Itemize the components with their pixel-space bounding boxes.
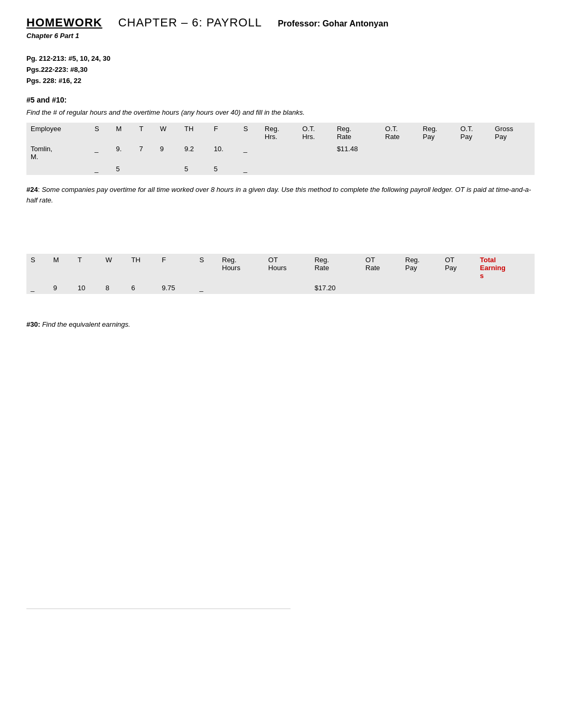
section-5-10-instruction: Find the # of regular hours and the over…: [26, 108, 535, 116]
cell-m-2: 5: [111, 163, 135, 175]
col-ot-rate: O.T.Rate: [381, 123, 418, 143]
col24-ot-pay: OTPay: [441, 254, 475, 282]
cell-m: 9.: [111, 143, 135, 163]
cell-s2-2: _: [239, 163, 260, 175]
col24-w: W: [101, 254, 127, 282]
col24-ot-rate: OTRate: [361, 254, 401, 282]
cell-gross-pay: [491, 143, 535, 163]
table24-row1: _ 9 10 8 6 9.75 _ $17.20: [26, 282, 535, 294]
cell-th-2: 5: [180, 163, 210, 175]
cell-reg-pay: [418, 143, 456, 163]
col-gross-pay: GrossPay: [491, 123, 535, 143]
page-ref-line3: Pgs. 228: #16, 22: [26, 76, 535, 87]
cell24-m: 9: [49, 282, 73, 294]
page-ref-line1: Pg. 212-213: #5, 10, 24, 30: [26, 53, 535, 64]
section-24-header: #24: Some companies pay overtime for all…: [26, 185, 535, 205]
col-ot-pay: O.T.Pay: [456, 123, 491, 143]
col-m: M: [111, 123, 135, 143]
cell-reg-rate-2: [333, 163, 381, 175]
cell24-ot-rate: [361, 282, 401, 294]
cell-t: 7: [135, 143, 155, 163]
cell-w-2: [156, 163, 180, 175]
cell-th: 9.2: [180, 143, 210, 163]
cell24-t: 10: [73, 282, 101, 294]
cell24-w: 8: [101, 282, 127, 294]
table-row-header: Employee S M T W TH F S Reg.Hrs. O.T.Hrs…: [26, 123, 535, 143]
cell-s1: _: [90, 143, 111, 163]
col24-ot-hrs: OTHours: [264, 254, 311, 282]
col-employee: Employee: [26, 123, 90, 143]
cell-gross-pay-2: [491, 163, 535, 175]
problem-24-label: #24: [26, 186, 38, 193]
col-s2: S: [239, 123, 260, 143]
table-row-2: _ 5 5 5 _: [26, 163, 535, 175]
cell24-reg-rate: $17.20: [310, 282, 361, 294]
col-f: F: [210, 123, 239, 143]
cell-s1-2: _: [90, 163, 111, 175]
cell-ot-hrs-2: [298, 163, 332, 175]
cell-f-2: 5: [210, 163, 239, 175]
cell24-ot-pay: [441, 282, 475, 294]
cell24-s2: _: [195, 282, 218, 294]
cell-ot-rate-2: [381, 163, 418, 175]
col24-s2: S: [195, 254, 218, 282]
page-header: HOMEWORK CHAPTER – 6: PAYROLL Professor:…: [26, 16, 535, 30]
col24-m: M: [49, 254, 73, 282]
cell-ot-hrs: [298, 143, 332, 163]
col-w: W: [156, 123, 180, 143]
cell24-total: [476, 282, 535, 294]
cell-name2: [26, 163, 90, 175]
cell-ot-pay: [456, 143, 491, 163]
col24-s: S: [26, 254, 49, 282]
chapter-title: CHAPTER – 6: PAYROLL: [118, 16, 262, 30]
table-24: S M T W TH F S Reg.Hours OTHours Reg.Rat…: [26, 254, 535, 294]
problem-24-instruction: Some companies pay overtime for all time…: [26, 186, 531, 204]
cell-reg-hrs: [260, 143, 298, 163]
professor-name: Professor: Gohar Antonyan: [278, 19, 388, 29]
cell24-ot-hrs: [264, 282, 311, 294]
page-references: Pg. 212-213: #5, 10, 24, 30 Pgs.222-223:…: [26, 53, 535, 86]
table24-header: S M T W TH F S Reg.Hours OTHours Reg.Rat…: [26, 254, 535, 282]
section-5-10-header: #5 and #10:: [26, 96, 535, 104]
cell24-th: 6: [127, 282, 158, 294]
cell24-f: 9.75: [157, 282, 195, 294]
col-s: S: [90, 123, 111, 143]
cell24-reg-pay: [401, 282, 441, 294]
cell-t-2: [135, 163, 155, 175]
cell24-s: _: [26, 282, 49, 294]
col24-th: TH: [127, 254, 158, 282]
col-reg-rate: Reg.Rate: [333, 123, 381, 143]
cell-s2: _: [239, 143, 260, 163]
table-5-10: Employee S M T W TH F S Reg.Hrs. O.T.Hrs…: [26, 123, 535, 175]
col-t: T: [135, 123, 155, 143]
cell-ot-rate: [381, 143, 418, 163]
col24-reg-pay: Reg.Pay: [401, 254, 441, 282]
section-30-header: #30: Find the equivalent earnings.: [26, 320, 535, 328]
cell-name: Tomlin,M.: [26, 143, 90, 163]
cell24-reg-hrs: [218, 282, 264, 294]
col24-f: F: [157, 254, 195, 282]
cell-w: 9: [156, 143, 180, 163]
problem-30-label: #30:: [26, 320, 40, 328]
cell-reg-hrs-2: [260, 163, 298, 175]
cell-reg-rate: $11.48: [333, 143, 381, 163]
col24-t: T: [73, 254, 101, 282]
cell-reg-pay-2: [418, 163, 456, 175]
homework-title: HOMEWORK: [26, 16, 102, 30]
cell-ot-pay-2: [456, 163, 491, 175]
col-reg-hrs: Reg.Hrs.: [260, 123, 298, 143]
table-row-tomlin: Tomlin,M. _ 9. 7 9 9.2 10. _ $11.48: [26, 143, 535, 163]
col24-reg-rate: Reg.Rate: [310, 254, 361, 282]
cell-f: 10.: [210, 143, 239, 163]
bottom-divider: [26, 609, 291, 609]
page-ref-line2: Pgs.222-223: #8,30: [26, 64, 535, 76]
col-ot-hrs: O.T.Hrs.: [298, 123, 332, 143]
problem-30-instruction: Find the equivalent earnings.: [42, 320, 130, 328]
col-th: TH: [180, 123, 210, 143]
col24-total-earnings: TotalEarnings: [476, 254, 535, 282]
subtitle: Chapter 6 Part 1: [26, 32, 535, 40]
col-reg-pay: Reg.Pay: [418, 123, 456, 143]
col24-reg-hrs: Reg.Hours: [218, 254, 264, 282]
